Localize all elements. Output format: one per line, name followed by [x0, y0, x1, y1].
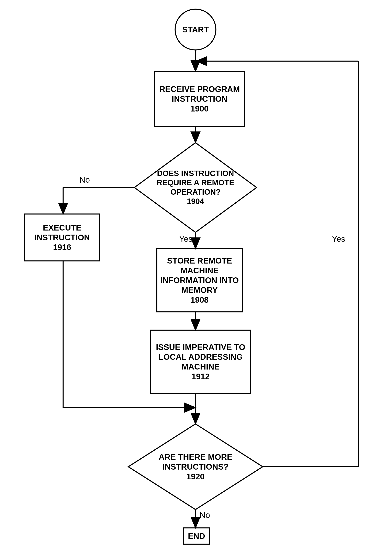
svg-rect-8 [183, 528, 210, 544]
svg-rect-2 [155, 71, 244, 126]
svg-marker-3 [134, 143, 256, 232]
svg-point-1 [175, 9, 216, 50]
svg-marker-7 [128, 424, 263, 510]
svg-rect-6 [151, 330, 250, 393]
svg-rect-4 [24, 214, 100, 261]
svg-rect-5 [157, 249, 242, 312]
